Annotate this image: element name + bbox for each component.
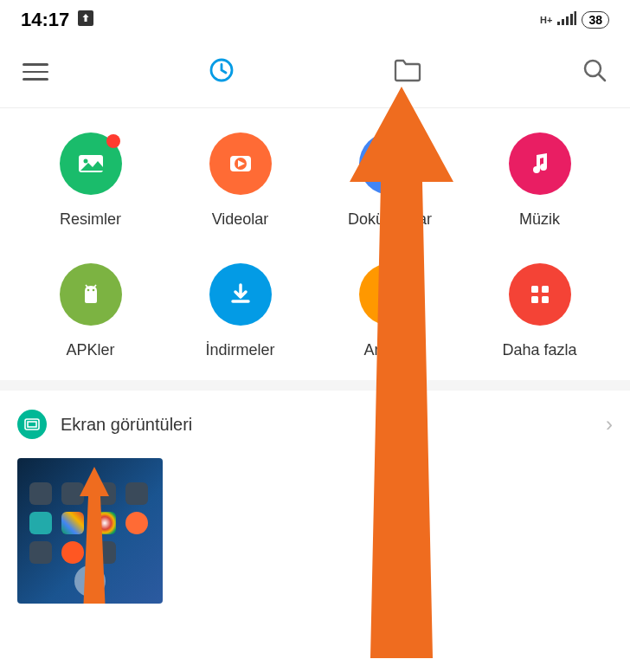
screenshot-thumbnail[interactable] — [17, 458, 163, 604]
svg-rect-24 — [531, 296, 538, 303]
svg-rect-27 — [28, 422, 36, 427]
battery-indicator: 38 — [582, 11, 609, 29]
svg-point-16 — [87, 289, 89, 292]
category-label: Dokümanlar — [348, 210, 432, 229]
svg-rect-5 — [575, 11, 577, 25]
category-item[interactable]: Dokümanlar — [315, 132, 465, 229]
svg-line-18 — [86, 285, 88, 288]
category-item[interactable]: APKler — [16, 263, 165, 359]
category-item[interactable]: Daha fazla — [465, 263, 614, 359]
svg-point-17 — [92, 289, 94, 292]
screenshots-icon — [17, 410, 47, 439]
notification-badge — [106, 134, 120, 148]
category-item[interactable]: Resimler — [16, 132, 165, 229]
svg-rect-12 — [382, 153, 398, 174]
svg-text:ZIP: ZIP — [382, 288, 397, 299]
category-label: Müzik — [519, 210, 560, 229]
categories-grid: ResimlerVideolarDokümanlarMüzikAPKlerİnd… — [0, 108, 630, 380]
category-item[interactable]: ZIPArşivler — [315, 263, 465, 359]
network-hplus-icon: H+ — [540, 16, 552, 25]
category-label: Resimler — [60, 210, 121, 229]
status-bar: 14:17 H+ 38 — [0, 0, 630, 40]
video-icon — [209, 132, 272, 195]
top-nav — [0, 40, 630, 108]
svg-line-19 — [93, 285, 96, 288]
download-icon — [209, 263, 272, 326]
signal-icon — [557, 11, 576, 29]
folder-tab[interactable] — [394, 58, 421, 86]
svg-rect-3 — [566, 16, 569, 25]
search-button[interactable] — [582, 57, 608, 87]
music-icon — [509, 132, 571, 195]
divider — [0, 380, 630, 391]
apk-icon — [60, 263, 122, 326]
svg-rect-23 — [542, 286, 549, 293]
zip-icon: ZIP — [359, 263, 421, 326]
image-icon — [60, 132, 122, 195]
thumbnails-row — [0, 458, 630, 604]
category-label: Videolar — [212, 210, 269, 229]
recent-tab[interactable] — [209, 57, 235, 87]
category-item[interactable]: Videolar — [165, 132, 315, 229]
section-title: Ekran görüntüleri — [61, 415, 592, 435]
svg-point-9 — [83, 159, 87, 164]
svg-rect-13 — [385, 158, 395, 159]
more-icon — [509, 263, 571, 326]
menu-button[interactable] — [22, 63, 48, 81]
svg-rect-2 — [562, 19, 564, 25]
category-item[interactable]: Müzik — [465, 132, 614, 229]
category-label: İndirmeler — [205, 341, 274, 359]
svg-rect-15 — [385, 165, 392, 166]
category-label: APKler — [66, 341, 114, 359]
svg-rect-25 — [542, 296, 549, 303]
chevron-right-icon: › — [606, 412, 613, 436]
screenshots-section-header[interactable]: Ekran görüntüleri › — [0, 391, 630, 458]
category-label: Arşivler — [363, 341, 415, 359]
svg-rect-1 — [557, 22, 560, 25]
svg-rect-14 — [385, 161, 395, 163]
status-time: 14:17 — [21, 9, 69, 31]
svg-rect-22 — [531, 286, 538, 293]
home-indicator-icon — [74, 565, 106, 597]
upload-icon — [78, 10, 93, 29]
category-item[interactable]: İndirmeler — [165, 263, 315, 359]
doc-icon — [359, 132, 421, 195]
svg-rect-4 — [570, 14, 573, 25]
category-label: Daha fazla — [502, 341, 576, 359]
